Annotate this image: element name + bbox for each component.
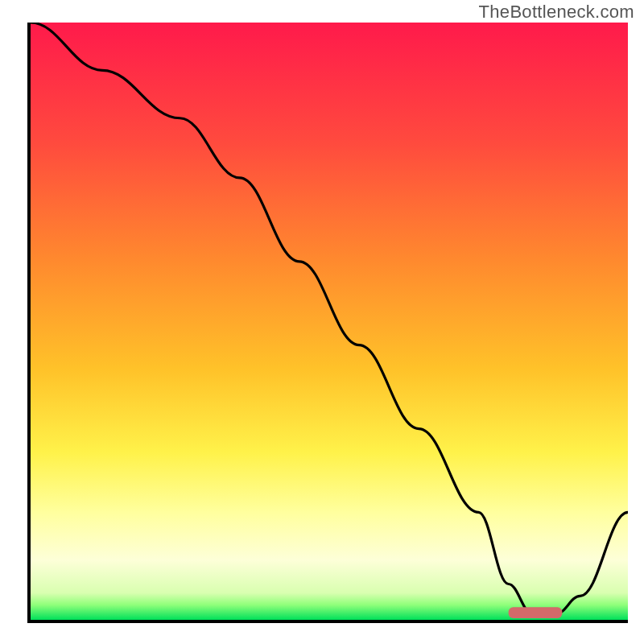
bottleneck-curve	[31, 23, 628, 614]
highlight-band	[509, 607, 563, 618]
watermark-text: TheBottleneck.com	[479, 2, 634, 23]
plot-area	[27, 23, 628, 623]
chart-container: TheBottleneck.com	[0, 0, 644, 644]
line-overlay	[31, 23, 628, 620]
